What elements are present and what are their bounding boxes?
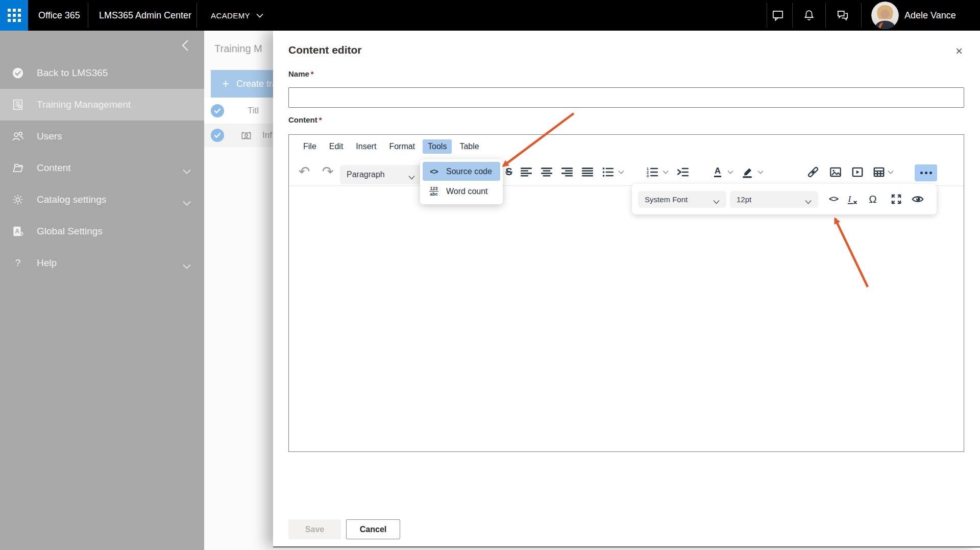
redo-button[interactable]: ↷ (321, 165, 335, 179)
sidebar-nav: Back to LMS365 Training Management Users… (0, 57, 204, 279)
preview-button[interactable] (911, 192, 925, 206)
align-right-button[interactable] (560, 165, 574, 179)
admin-center-link[interactable]: LMS365 Admin Center (99, 0, 191, 31)
strikethrough-button[interactable]: S (502, 165, 516, 179)
app-launcher-button[interactable] (0, 0, 28, 31)
content-editor-modal: Content editor × Name* Content* File Edi… (273, 31, 980, 547)
check-circle-icon (211, 104, 224, 117)
insert-image-button[interactable] (828, 165, 843, 179)
chevron-down-icon (888, 170, 894, 174)
create-training-button[interactable]: + Create tra (211, 70, 273, 98)
tenant-dropdown[interactable]: ACADEMY (211, 0, 263, 31)
sidebar-item-label: Content (37, 162, 71, 174)
table-icon (872, 165, 886, 179)
insert-table-button[interactable] (872, 165, 886, 179)
chevron-down-icon (727, 170, 733, 174)
svg-text:I: I (847, 194, 851, 204)
fullscreen-button[interactable] (889, 192, 903, 206)
menu-table[interactable]: Table (454, 139, 484, 154)
text-color-button[interactable]: A (710, 165, 725, 179)
highlight-color-chevron[interactable] (757, 165, 764, 179)
topbar-divider (861, 3, 862, 28)
table-row[interactable]: Titl (204, 98, 273, 124)
menu-format[interactable]: Format (384, 139, 420, 154)
chat-icon[interactable] (771, 9, 785, 22)
topbar-divider (197, 3, 197, 28)
insert-media-button[interactable] (850, 165, 865, 179)
gear-icon (11, 193, 24, 206)
align-center-button[interactable] (540, 165, 554, 179)
menu-item-label: Word count (446, 187, 488, 196)
menu-item-word-count[interactable]: 123 abc Word count (423, 182, 500, 201)
highlight-color-button[interactable] (740, 165, 754, 179)
user-name[interactable]: Adele Vance (904, 0, 956, 31)
align-justify-button[interactable] (580, 165, 595, 179)
save-button[interactable]: Save (288, 519, 341, 539)
editor-content-area[interactable] (289, 186, 964, 451)
training-document-icon (11, 98, 24, 111)
global-settings-icon: A (11, 225, 24, 238)
more-dots-icon (920, 172, 923, 174)
office-365-link[interactable]: Office 365 (38, 0, 80, 31)
sidebar-item-catalog-settings[interactable]: Catalog settings (0, 184, 204, 216)
sidebar-item-users[interactable]: Users (0, 121, 204, 152)
menu-item-label: Source code (446, 167, 492, 176)
text-color-icon: A (714, 166, 721, 177)
special-character-button[interactable]: Ω (867, 192, 881, 206)
sidebar-item-label: Catalog settings (37, 194, 106, 205)
chevron-down-icon (256, 13, 263, 18)
background-page: Training M + Create tra Titl Inf (204, 31, 273, 550)
table-row[interactable]: Inf (204, 124, 273, 147)
feedback-chats-icon[interactable] (836, 9, 849, 22)
align-left-button[interactable] (519, 165, 533, 179)
font-family-value: System Font (645, 195, 688, 204)
menu-item-source-code[interactable]: <> Source code (423, 162, 500, 181)
chevron-down-icon (183, 197, 191, 202)
font-family-select[interactable]: System Font (638, 191, 726, 208)
chevron-down-icon (805, 197, 812, 202)
editor-menubar: File Edit Insert Format Tools Table (289, 135, 964, 158)
sidebar-item-content[interactable]: Content (0, 152, 204, 184)
page-title: Training M (214, 43, 262, 55)
close-icon[interactable]: × (951, 43, 967, 59)
block-format-select[interactable]: Paragraph (340, 165, 422, 184)
bullet-list-chevron[interactable] (618, 165, 625, 179)
bullet-list-button[interactable] (601, 165, 615, 179)
chevron-left-icon (179, 38, 193, 53)
sidebar-item-training-management[interactable]: Training Management (0, 89, 204, 121)
avatar-image (871, 2, 899, 29)
modal-title: Content editor (288, 44, 361, 56)
indent-button[interactable] (676, 165, 690, 179)
notifications-bell-icon[interactable] (802, 9, 816, 22)
insert-table-chevron[interactable] (887, 165, 894, 179)
clear-formatting-button[interactable]: I (845, 192, 859, 206)
menu-edit[interactable]: Edit (324, 139, 349, 154)
toolbar-more-button[interactable] (915, 164, 937, 181)
sidebar-item-help[interactable]: ? Help (0, 247, 204, 279)
screen: Office 365 LMS365 Admin Center ACADEMY (0, 0, 980, 550)
sidebar-collapse-button[interactable] (179, 38, 193, 53)
numbered-list-button[interactable]: 123 (645, 165, 659, 179)
required-asterisk: * (311, 69, 314, 78)
undo-button[interactable]: ↶ (297, 165, 311, 179)
text-color-chevron[interactable] (727, 165, 734, 179)
rich-text-editor: File Edit Insert Format Tools Table ↶ ↷ … (288, 134, 964, 452)
avatar[interactable] (871, 2, 899, 29)
menu-insert[interactable]: Insert (351, 139, 381, 154)
chevron-down-icon (183, 260, 191, 266)
source-code-button[interactable]: <> (826, 192, 841, 206)
menu-file[interactable]: File (298, 139, 322, 154)
topbar-divider (792, 3, 793, 28)
sidebar-item-back-to-lms365[interactable]: Back to LMS365 (0, 57, 204, 89)
align-center-icon (540, 165, 553, 179)
svg-text:Ω: Ω (869, 193, 876, 205)
topbar-divider (825, 3, 826, 28)
sidebar-item-global-settings[interactable]: A Global Settings (0, 216, 204, 247)
numbered-list-chevron[interactable] (662, 165, 669, 179)
insert-link-button[interactable] (806, 165, 820, 179)
cancel-button[interactable]: Cancel (346, 519, 400, 539)
menu-tools[interactable]: Tools (423, 139, 452, 154)
strikethrough-icon: S (505, 166, 512, 178)
name-input[interactable] (288, 87, 964, 108)
font-size-select[interactable]: 12pt (730, 191, 818, 208)
